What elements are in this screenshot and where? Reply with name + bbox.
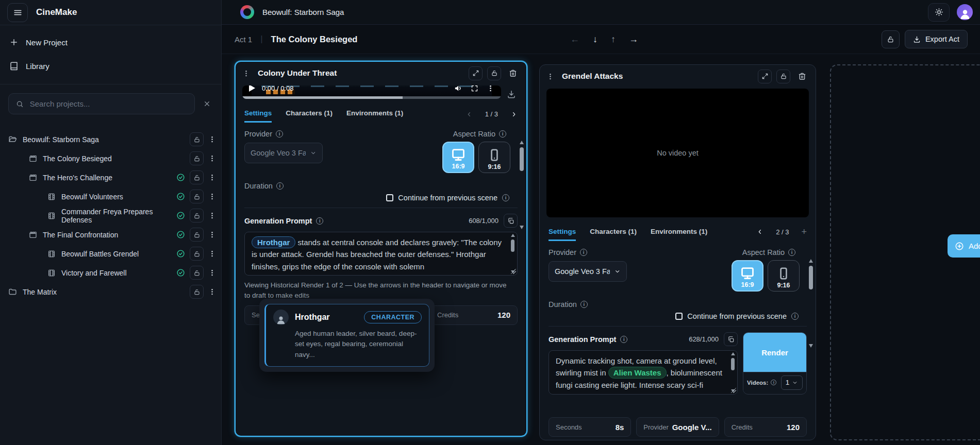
library-button[interactable]: Library bbox=[0, 54, 221, 78]
tree-item-act[interactable]: The Hero's Challenge bbox=[0, 168, 221, 187]
add-scene-button[interactable]: Add S bbox=[948, 234, 980, 258]
lock-button[interactable] bbox=[190, 190, 204, 203]
copy-prompt-button[interactable] bbox=[504, 214, 518, 228]
kebab-menu-icon[interactable] bbox=[208, 155, 216, 162]
kebab-menu-icon[interactable] bbox=[208, 231, 216, 238]
tab-environments[interactable]: Environments (1) bbox=[346, 109, 403, 123]
info-icon[interactable]: i bbox=[788, 249, 795, 256]
arrow-right-icon[interactable]: → bbox=[629, 34, 638, 45]
resize-grip[interactable] bbox=[730, 387, 736, 393]
prev-render-icon[interactable] bbox=[756, 228, 763, 235]
render-button[interactable]: Render bbox=[743, 333, 806, 372]
tab-characters[interactable]: Characters (1) bbox=[590, 228, 637, 241]
export-act-button[interactable]: Export Act bbox=[905, 30, 968, 48]
next-render-icon[interactable] bbox=[510, 111, 518, 118]
delete-scene-button[interactable] bbox=[506, 66, 520, 80]
info-icon[interactable]: i bbox=[580, 301, 588, 308]
info-icon[interactable]: i bbox=[276, 182, 284, 190]
lock-button[interactable] bbox=[190, 285, 204, 299]
video-menu-icon[interactable] bbox=[487, 85, 494, 92]
scene-card-colony-under-threat[interactable]: Colony Under Threat bbox=[235, 61, 527, 437]
provider-select[interactable]: Google Veo 3 Fa bbox=[244, 143, 323, 163]
video-player[interactable]: 0:00 / 0:08 bbox=[242, 85, 501, 99]
lock-scene-button[interactable] bbox=[487, 66, 501, 80]
continue-checkbox[interactable] bbox=[675, 313, 683, 320]
theme-toggle-button[interactable] bbox=[928, 3, 950, 22]
play-button[interactable] bbox=[249, 85, 255, 92]
scene-card-grendel-attacks[interactable]: Grendel Attacks No video yet Settings Ch… bbox=[539, 64, 816, 440]
settings-scrollbar[interactable] bbox=[519, 141, 525, 229]
tree-item-scene[interactable]: Beowulf Volunteers bbox=[0, 187, 221, 206]
lock-button[interactable] bbox=[190, 228, 204, 242]
lock-button[interactable] bbox=[190, 132, 204, 146]
prev-render-icon[interactable] bbox=[466, 111, 473, 118]
info-icon[interactable]: i bbox=[502, 194, 509, 201]
new-project-button[interactable]: New Project bbox=[0, 30, 221, 54]
aspect-16-9-button[interactable]: 16:9 bbox=[442, 142, 474, 173]
user-avatar[interactable] bbox=[957, 4, 973, 20]
info-icon[interactable]: i bbox=[620, 336, 627, 343]
tree-item-scene[interactable]: Victory and Farewell bbox=[0, 263, 221, 282]
kebab-menu-icon[interactable] bbox=[208, 250, 216, 258]
drag-handle-icon[interactable] bbox=[242, 70, 250, 77]
kebab-menu-icon[interactable] bbox=[208, 288, 216, 296]
resize-grip[interactable] bbox=[510, 268, 516, 274]
environment-tag[interactable]: Alien Wastes bbox=[608, 367, 667, 379]
info-icon[interactable]: i bbox=[499, 130, 506, 138]
info-icon[interactable]: i bbox=[791, 313, 799, 320]
arrow-up-icon[interactable]: ↑ bbox=[611, 34, 616, 45]
volume-icon[interactable] bbox=[454, 85, 462, 93]
info-icon[interactable]: i bbox=[276, 130, 283, 138]
tab-environments[interactable]: Environments (1) bbox=[651, 228, 707, 241]
lock-button[interactable] bbox=[190, 170, 204, 184]
tree-item-scene[interactable]: Commander Freya Prepares Defenses bbox=[0, 206, 221, 225]
lock-button[interactable] bbox=[190, 151, 204, 165]
kebab-menu-icon[interactable] bbox=[208, 193, 216, 200]
tree-item-project[interactable]: Beowulf: Starborn Saga bbox=[0, 130, 221, 149]
expand-scene-button[interactable] bbox=[758, 70, 772, 83]
clear-search-icon[interactable] bbox=[203, 100, 211, 108]
act-lock-button[interactable] bbox=[882, 30, 900, 48]
kebab-menu-icon[interactable] bbox=[208, 135, 216, 143]
tree-item-scene[interactable]: Beowulf Battles Grendel bbox=[0, 244, 221, 263]
prompt-scrollbar[interactable] bbox=[729, 352, 736, 392]
generation-prompt-input[interactable]: Dynamic tracking shot, camera at ground … bbox=[549, 350, 738, 395]
tab-characters[interactable]: Characters (1) bbox=[286, 109, 333, 123]
videos-count-select[interactable]: 1 bbox=[781, 375, 803, 390]
prompt-scrollbar[interactable] bbox=[509, 234, 516, 273]
tab-settings[interactable]: Settings bbox=[549, 228, 576, 241]
tree-item-act[interactable]: The Final Confrontation bbox=[0, 225, 221, 244]
generation-prompt-input[interactable]: Hrothgar stands at central console and d… bbox=[244, 232, 518, 276]
lock-button[interactable] bbox=[190, 209, 204, 222]
copy-prompt-button[interactable] bbox=[724, 332, 738, 346]
lock-button[interactable] bbox=[190, 266, 204, 280]
video-progress-bar[interactable] bbox=[242, 96, 501, 99]
search-box[interactable] bbox=[8, 93, 195, 114]
search-input[interactable] bbox=[30, 99, 187, 108]
character-tag[interactable]: Hrothgar bbox=[252, 236, 295, 248]
kebab-menu-icon[interactable] bbox=[208, 212, 216, 219]
download-video-icon[interactable] bbox=[507, 90, 516, 99]
info-icon[interactable]: i bbox=[316, 217, 323, 225]
kebab-menu-icon[interactable] bbox=[208, 269, 216, 277]
tree-item-act[interactable]: The Colony Besieged bbox=[0, 149, 221, 168]
add-render-icon[interactable]: + bbox=[801, 227, 807, 236]
kebab-menu-icon[interactable] bbox=[208, 174, 216, 181]
tree-item-project[interactable]: The Matrix bbox=[0, 282, 221, 301]
info-icon[interactable]: i bbox=[771, 380, 776, 385]
menu-toggle-button[interactable] bbox=[7, 3, 28, 22]
aspect-9-16-button[interactable]: 9:16 bbox=[478, 142, 510, 173]
arrow-left-icon[interactable]: ← bbox=[570, 34, 579, 45]
drag-handle-icon[interactable] bbox=[546, 73, 554, 80]
expand-scene-button[interactable] bbox=[469, 66, 483, 80]
info-icon[interactable]: i bbox=[580, 249, 587, 256]
continue-checkbox[interactable] bbox=[386, 194, 393, 201]
delete-scene-button[interactable] bbox=[795, 70, 809, 83]
aspect-9-16-button[interactable]: 9:16 bbox=[768, 260, 800, 292]
provider-select[interactable]: Google Veo 3 Fa bbox=[549, 261, 627, 282]
arrow-down-icon[interactable]: ↓ bbox=[593, 34, 597, 45]
fullscreen-icon[interactable] bbox=[471, 85, 478, 92]
settings-scrollbar[interactable] bbox=[808, 259, 814, 348]
lock-button[interactable] bbox=[190, 247, 204, 261]
tab-settings[interactable]: Settings bbox=[244, 109, 272, 123]
